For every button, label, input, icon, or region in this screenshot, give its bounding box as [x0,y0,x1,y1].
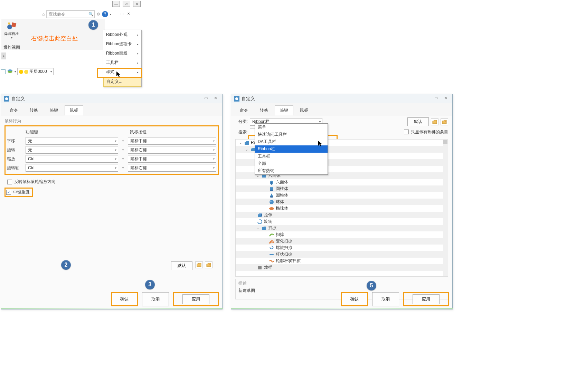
tree-row[interactable]: ⌄扫掠 [236,225,448,231]
dd-da-toolbar[interactable]: DA工具栏 [255,138,328,145]
step-badge-3: 3 [145,280,155,289]
tree-row[interactable]: 圆柱体 [236,185,448,192]
layer-stack-icon[interactable] [7,69,13,75]
dd-menu[interactable]: 菜单 [255,124,328,131]
app-minimize-icon[interactable]: — [113,12,118,17]
tree-item-label: 放样 [264,265,272,270]
tree-row[interactable]: 杆状扫掠 [236,251,448,258]
help-dropdown-arrow-icon[interactable]: ▾ [110,13,111,16]
exploded-view-button[interactable]: 爆炸视图 ▾ [4,21,19,39]
rotate-modifier-combo[interactable]: 无▾ [26,146,118,154]
dialog-close-icon[interactable]: ✕ [442,96,450,102]
ctx-toolbars[interactable]: 工具栏▸ [103,58,141,67]
tree-item-label: 六面体 [276,179,288,185]
tab-hotkeys[interactable]: 热键 [275,105,293,115]
reverse-wheel-checkbox[interactable] [7,180,12,184]
tree-expander-icon[interactable]: ⌄ [238,141,243,145]
home-icon[interactable]: ⌂ [42,12,45,17]
spin-button-combo[interactable]: 鼠标右键▾ [128,164,216,172]
tab-commands[interactable]: 命令 [4,105,23,115]
default-button[interactable]: 默认 [407,117,429,126]
sweep-green-icon [269,232,274,238]
svg-point-17 [270,196,273,198]
ctx-styles[interactable]: 样式▸ [103,67,141,77]
search-icon[interactable]: 🔍 [88,12,93,17]
dialog-option-icon[interactable]: ▭ [202,96,210,102]
ctx-ribbon-appearance[interactable]: Ribbon外观▸ [103,30,141,39]
folder-save-icon[interactable] [441,118,448,125]
svg-point-16 [270,190,273,191]
window-minimize-icon[interactable]: — [112,1,120,7]
folder-save-icon[interactable] [205,261,213,268]
spin-modifier-combo[interactable]: Ctrl▾ [26,164,118,172]
cancel-button[interactable]: 取消 [142,292,169,306]
tree-row[interactable]: 椭球体 [236,205,448,212]
tree-row[interactable]: 轮廓杆状扫掠 [236,258,448,264]
dd-qat[interactable]: 快速访问工具栏 [255,131,328,138]
dd-toolbar[interactable]: 工具栏 [255,153,328,160]
zoom-button-combo[interactable]: 鼠标中键▾ [128,155,216,163]
folder-open-icon[interactable] [195,261,203,268]
only-hotkey-checkbox[interactable] [404,130,409,134]
dropdown-arrow-icon[interactable]: ▾ [15,70,16,73]
default-button[interactable]: 默认 [171,261,192,270]
apply-button[interactable]: 应用 [182,294,209,304]
tab-mouse[interactable]: 鼠标 [295,105,313,115]
dialog-titlebar: 自定义 ▭ ✕ [1,94,222,103]
tree-row[interactable]: 螺旋扫掠 [236,245,448,251]
dialog-close-icon[interactable]: ✕ [212,96,219,102]
pan-modifier-combo[interactable]: 无▾ [26,137,118,145]
tab-hotkeys[interactable]: 热键 [45,105,63,115]
pan-button-combo[interactable]: 鼠标中键▾ [128,137,216,145]
tree-row[interactable]: 拉伸 [236,212,448,218]
contour-orange-icon [269,258,274,264]
tab-transform[interactable]: 转换 [255,105,273,115]
command-search-input[interactable] [46,10,95,18]
tree-row[interactable]: 扫掠 [236,231,448,238]
dropdown-arrow-icon[interactable]: ▾ [4,36,19,39]
dd-all-hotkeys[interactable]: 所有热键 [255,167,328,174]
tree-row[interactable]: 球体 [236,199,448,205]
tab-commands[interactable]: 命令 [235,105,253,115]
apply-button[interactable]: 应用 [413,294,440,304]
window-close-icon[interactable]: ✕ [133,1,141,7]
ctx-ribbon-tabs[interactable]: Ribbon选项卡▸ [103,39,141,49]
zoom-modifier-combo[interactable]: Ctrl▾ [26,155,118,163]
dialog-footer: 确认 取消 应用 [1,292,219,306]
tab-transform[interactable]: 转换 [25,105,43,115]
tab-mouse[interactable]: 鼠标 [65,105,83,115]
folder-open-icon[interactable] [431,118,438,125]
scrollbar[interactable] [443,140,448,276]
tree-row[interactable]: 六面体 [236,179,448,185]
tree-row[interactable]: 变化扫掠 [236,238,448,245]
layer-color-swatch[interactable] [1,69,6,74]
svg-rect-21 [258,214,261,217]
gear-icon[interactable]: ⚙ [96,12,100,17]
tree-row[interactable]: 放样 [236,264,448,271]
layer-toolbar: ▾ 图层0000 ▾ [0,67,54,76]
ellipsoid-orange-icon [269,206,274,211]
window-restore-icon[interactable]: ▱ [123,1,130,7]
ctx-ribbon-panels[interactable]: Ribbon面板▸ [103,49,141,58]
cancel-button[interactable]: 取消 [372,292,399,306]
scroll-thumb[interactable] [443,140,447,144]
rotate-button-combo[interactable]: 鼠标右键▾ [128,146,216,154]
app-close-icon[interactable]: ✕ [126,12,131,17]
tree-row[interactable]: 旋转 [236,218,448,225]
ok-button[interactable]: 确认 [111,292,138,306]
ok-button[interactable]: 确认 [341,292,368,306]
dd-ribbon[interactable]: Ribbon栏 [255,145,328,153]
layer-selector[interactable]: 图层0000 ▾ [17,68,54,75]
tree-expander-icon[interactable]: ⌄ [256,226,260,230]
middle-repeat-checkbox[interactable] [6,190,11,195]
description-label: 描述 [238,280,445,286]
layer-name-label: 图层0000 [29,69,47,75]
tree-row[interactable]: 圆锥体 [236,192,448,199]
help-icon[interactable]: ? [102,11,108,17]
collapse-chevron-icon[interactable]: ▸ [1,52,6,59]
dialog-option-icon[interactable]: ▭ [432,96,440,102]
app-maximize-icon[interactable]: ◻ [120,12,124,17]
tree-expander-icon[interactable]: ⌄ [245,147,249,151]
dd-all[interactable]: 全部 [255,160,328,167]
ctx-customize[interactable]: 自定义... [103,77,141,87]
